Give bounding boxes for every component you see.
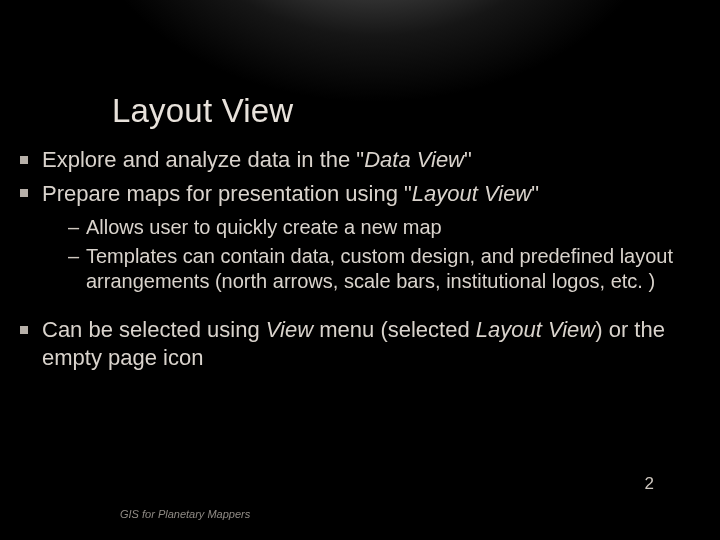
slide-body: Explore and analyze data in the "Data Vi… <box>18 146 702 377</box>
bullet-item: Prepare maps for presentation using "Lay… <box>18 180 702 295</box>
text: Explore and analyze data in the " <box>42 147 364 172</box>
slide-title: Layout View <box>112 92 293 130</box>
text: Templates can contain data, custom desig… <box>86 245 673 292</box>
footer-text: GIS for Planetary Mappers <box>120 508 250 520</box>
spacer <box>18 300 702 316</box>
text-italic: Data View <box>364 147 464 172</box>
bullet-item: Explore and analyze data in the "Data Vi… <box>18 146 702 174</box>
bullet-list: Explore and analyze data in the "Data Vi… <box>18 146 702 294</box>
sub-bullet-list: Allows user to quickly create a new map … <box>42 215 702 294</box>
page-number: 2 <box>645 474 654 494</box>
text-italic: Layout View <box>476 317 595 342</box>
text: Prepare maps for presentation using " <box>42 181 412 206</box>
text-italic: View <box>266 317 313 342</box>
sub-bullet-item: Allows user to quickly create a new map <box>68 215 702 240</box>
text: " <box>464 147 472 172</box>
slide: Layout View Explore and analyze data in … <box>0 0 720 540</box>
sub-bullet-item: Templates can contain data, custom desig… <box>68 244 702 294</box>
text: menu (selected <box>313 317 476 342</box>
bullet-item: Can be selected using View menu (selecte… <box>18 316 702 371</box>
text: Allows user to quickly create a new map <box>86 216 442 238</box>
bullet-list: Can be selected using View menu (selecte… <box>18 316 702 371</box>
text-italic: Layout View <box>412 181 531 206</box>
text: " <box>531 181 539 206</box>
text: Can be selected using <box>42 317 266 342</box>
